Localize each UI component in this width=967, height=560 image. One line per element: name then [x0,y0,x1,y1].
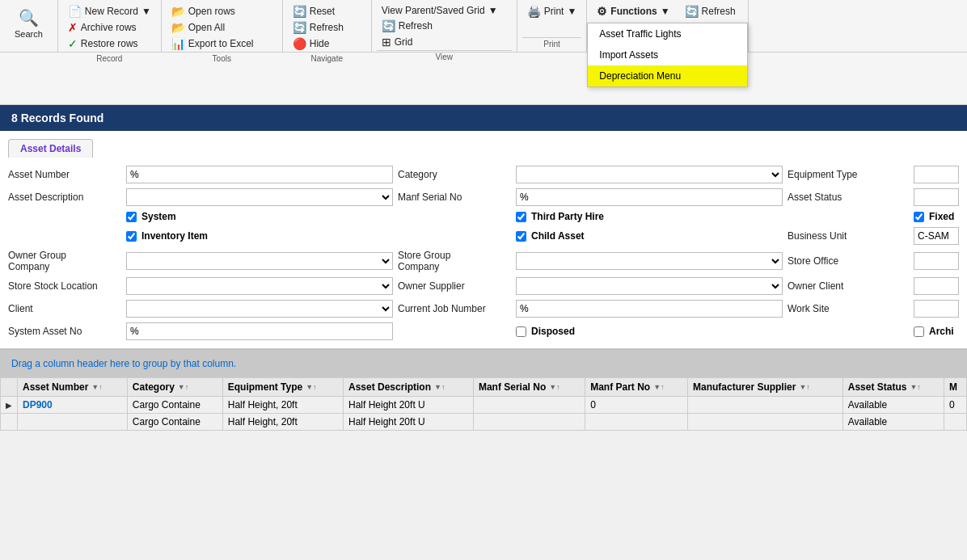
manf-serial-no-input[interactable] [516,188,783,206]
search-section: 🔍 Search [0,0,58,52]
store-group-select[interactable] [516,252,783,270]
system-checkbox-row: System [126,211,393,222]
filter-icon-manf-part[interactable]: ▼↑ [653,383,664,391]
owner-client-label: Owner Client [788,280,909,292]
nav-refresh-button[interactable]: 🔄 Refresh [288,19,348,36]
dropdown-item-asset-traffic-lights[interactable]: Asset Traffic Lights [588,23,747,44]
owner-group-select[interactable] [126,252,393,270]
table-row[interactable]: Cargo Containe Half Height, 20ft Half He… [1,414,967,431]
grid-label: Grid [395,36,413,48]
fixed-checkbox-row: Fixed [914,211,959,222]
restore-rows-button[interactable]: ✓ Restore rows [63,36,143,52]
archi-checkbox[interactable] [914,326,924,337]
inventory-item-row: Inventory Item [126,230,393,242]
grid-button[interactable]: ⊞ Grid [377,34,418,50]
view-parent-label: View Parent/Saved Grid [382,5,485,16]
system-asset-no-input[interactable] [126,322,393,340]
category-label: Category [398,169,511,180]
row-arrow-cell: ▶ [1,397,18,414]
equipment-type-cell: Half Height, 20ft [222,414,343,431]
store-stock-location-select[interactable] [126,277,393,295]
filter-icon-manufacturer[interactable]: ▼↑ [799,383,809,391]
asset-status-cell: Available [842,414,944,431]
filter-icon-manf-serial[interactable]: ▼↑ [549,383,560,391]
th-asset-status[interactable]: Asset Status ▼↑ [842,378,944,397]
tools-section: 📂 Open rows 📂 Open All 📊 Export to Excel… [162,0,283,52]
refresh-view-icon: 🔄 [382,19,395,32]
open-all-button[interactable]: 📂 Open All [167,19,230,36]
manf-part-no-cell [585,414,688,431]
work-site-input[interactable] [914,300,959,318]
dropdown-item-import-assets[interactable]: Import Assets [588,44,747,65]
hide-button[interactable]: 🔴 Hide [288,36,335,52]
grid-icon: ⊞ [382,36,391,48]
view-parent-button[interactable]: View Parent/Saved Grid ▼ [377,3,503,18]
client-select[interactable] [126,300,393,318]
asset-number-input[interactable] [126,166,393,183]
restore-icon: ✓ [68,37,78,50]
functions-dropdown-icon: ▼ [661,6,670,17]
asset-number-cell[interactable]: DP900 [18,397,128,414]
th-m[interactable]: M [944,378,967,397]
export-excel-label: Export to Excel [188,38,254,49]
navigate-section-label: Navigate [288,52,366,63]
child-asset-checkbox[interactable] [516,231,526,242]
filter-icon-asset-number[interactable]: ▼↑ [91,383,102,391]
equipment-type-input[interactable] [914,166,959,183]
record-section: 📄 New Record ▼ ✗ Archive rows ✓ Restore … [58,0,162,52]
asset-status-input[interactable] [914,188,959,206]
open-all-label: Open All [188,22,225,33]
owner-client-input[interactable] [914,277,959,295]
store-group-label: Store GroupCompany [398,250,511,272]
records-found-text: 8 Records Found [11,112,103,124]
filter-icon-asset-description[interactable]: ▼↑ [434,383,445,391]
th-manufacturer-supplier[interactable]: Manufacturer Supplier ▼↑ [688,378,843,397]
archive-rows-label: Archive rows [81,22,137,33]
search-label: Search [15,29,43,39]
archive-rows-button[interactable]: ✗ Archive rows [63,19,141,36]
filter-icon-equipment-type[interactable]: ▼↑ [306,383,316,391]
th-equipment-type[interactable]: Equipment Type ▼↑ [222,378,343,397]
print-button[interactable]: 🖨️ Print ▼ [522,3,582,19]
category-select[interactable] [516,166,783,183]
child-asset-row: Child Asset [516,230,783,242]
search-button[interactable]: 🔍 Search [6,5,51,42]
owner-supplier-select[interactable] [516,277,783,295]
asset-number-cell[interactable] [18,414,128,431]
inventory-item-checkbox[interactable] [126,231,137,242]
th-asset-number[interactable]: Asset Number ▼↑ [18,378,128,397]
manufacturer-supplier-cell [688,397,843,414]
tab-asset-details[interactable]: Asset Details [8,139,93,158]
th-category[interactable]: Category ▼↑ [127,378,222,397]
store-office-input[interactable] [914,252,959,270]
th-asset-description[interactable]: Asset Description ▼↑ [344,378,474,397]
business-unit-input[interactable] [914,227,959,245]
new-record-button[interactable]: 📄 New Record ▼ [63,3,156,19]
system-checkbox[interactable] [126,212,137,222]
export-excel-button[interactable]: 📊 Export to Excel [167,36,259,52]
asset-description-select[interactable] [126,188,393,206]
refresh-view-button[interactable]: 🔄 Refresh [377,18,437,34]
dropdown-item-depreciation-menu[interactable]: Depreciation Menu [588,65,747,86]
third-party-hire-checkbox[interactable] [516,212,526,222]
archive-icon: ✗ [68,21,78,34]
current-job-number-input[interactable] [516,300,783,318]
equipment-type-label: Equipment Type [788,169,909,180]
filter-icon-category[interactable]: ▼↑ [178,383,188,391]
main-refresh-button[interactable]: 🔄 Refresh [680,3,741,19]
disposed-checkbox[interactable] [516,326,526,337]
third-party-hire-label: Third Party Hire [531,211,604,222]
data-table: Asset Number ▼↑ Category ▼↑ Equipment Ty… [0,377,967,431]
asset-description-label: Asset Description [8,192,121,203]
reset-button[interactable]: 🔄 Reset [288,3,340,19]
functions-button[interactable]: ⚙ Functions ▼ [592,3,674,19]
new-record-icon: 📄 [68,5,82,18]
filter-icon-asset-status[interactable]: ▼↑ [910,383,920,391]
asset-status-cell: Available [842,397,944,414]
fixed-checkbox[interactable] [914,212,924,222]
manufacturer-supplier-cell [688,414,843,431]
th-manf-serial-no[interactable]: Manf Serial No ▼↑ [473,378,585,397]
open-rows-button[interactable]: 📂 Open rows [167,3,240,19]
th-manf-part-no[interactable]: Manf Part No ▼↑ [585,378,688,397]
table-row[interactable]: ▶ DP900 Cargo Containe Half Height, 20ft… [1,397,967,414]
